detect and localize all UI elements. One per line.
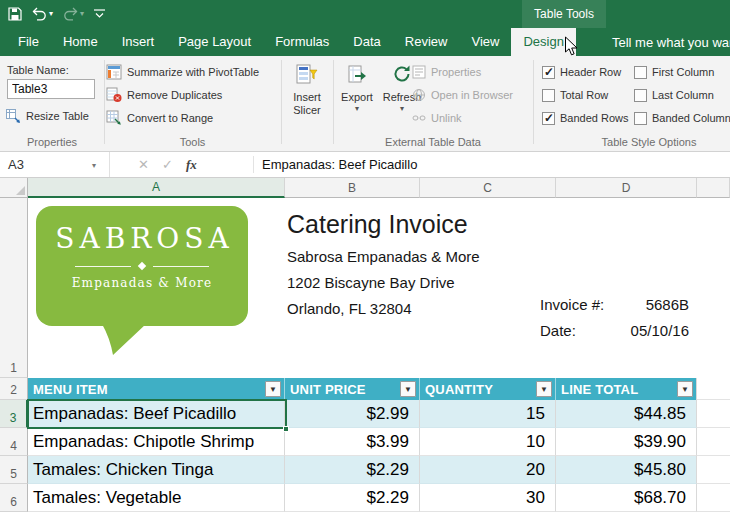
invoice-company-line[interactable]: Sabrosa Empanadas & More	[287, 248, 480, 265]
undo-dropdown-icon[interactable]: ▾	[49, 10, 53, 18]
export-icon	[347, 64, 367, 84]
redo-icon	[63, 7, 78, 21]
cell-C5[interactable]: 20	[420, 456, 556, 484]
redo-dropdown-icon: ▾	[80, 10, 84, 18]
cell-A4[interactable]: Empanadas: Chipotle Shrimp	[28, 428, 285, 456]
invoice-address-line-1[interactable]: 1202 Biscayne Bay Drive	[287, 274, 455, 291]
tab-view[interactable]: View	[459, 28, 511, 56]
cell-C4[interactable]: 10	[420, 428, 556, 456]
checkbox-box	[542, 89, 555, 102]
insert-slicer-button[interactable]: Insert Slicer	[284, 60, 330, 116]
enter-icon: ✓	[162, 152, 173, 177]
row-header-6[interactable]: 6	[0, 484, 28, 512]
cell-C6[interactable]: 30	[420, 484, 556, 512]
row-header-3[interactable]: 3	[0, 400, 28, 428]
remove-duplicates-icon	[106, 87, 122, 103]
remove-duplicates-button[interactable]: Remove Duplicates	[106, 85, 222, 105]
remove-duplicates-label: Remove Duplicates	[127, 89, 222, 101]
checkbox-box	[634, 89, 647, 102]
row-header-2[interactable]: 2	[0, 378, 28, 400]
tab-design[interactable]: Design	[511, 28, 575, 56]
column-header-b[interactable]: B	[285, 178, 420, 198]
cell-A6[interactable]: Tamales: Vegetable	[28, 484, 285, 512]
insert-function-button[interactable]: fx	[186, 152, 197, 177]
cell-A3[interactable]: Empanadas: Beef Picadillo	[28, 400, 285, 428]
select-all-corner[interactable]	[0, 178, 28, 198]
summarize-pivottable-button[interactable]: Summarize with PivotTable	[106, 62, 259, 82]
tab-page-layout[interactable]: Page Layout	[166, 28, 263, 56]
refresh-icon	[392, 64, 412, 84]
header-cell-line-total[interactable]: LINE TOTAL ▼	[556, 378, 697, 400]
tab-insert[interactable]: Insert	[110, 28, 167, 56]
filter-arrow-icon: ▼	[404, 385, 412, 394]
invoice-title[interactable]: Catering Invoice	[287, 210, 468, 239]
filter-arrow-icon: ▼	[269, 385, 277, 394]
checkbox-total-row[interactable]: Total Row	[542, 86, 608, 104]
column-header-d[interactable]: D	[556, 178, 697, 198]
cell-D6[interactable]: $68.70	[556, 484, 697, 512]
cell-B5[interactable]: $2.29	[285, 456, 420, 484]
cell-B3[interactable]: $2.99	[285, 400, 420, 428]
properties-disabled-label: Properties	[431, 66, 481, 78]
cell-B6[interactable]: $2.29	[285, 484, 420, 512]
menu-item-header-label: MENU ITEM	[33, 382, 108, 397]
header-cell-quantity[interactable]: QUANTITY ▼	[420, 378, 556, 400]
tab-file[interactable]: File	[6, 28, 51, 56]
checkbox-banded-rows[interactable]: Banded Rows	[542, 109, 629, 127]
table-name-label: Table Name:	[7, 64, 69, 76]
save-button[interactable]	[8, 7, 22, 21]
cell-C3[interactable]: 15	[420, 400, 556, 428]
checkbox-header-row[interactable]: Header Row	[542, 63, 621, 81]
name-box-dropdown-icon[interactable]: ▾	[92, 161, 96, 170]
unlink-label: Unlink	[431, 112, 462, 124]
row-header-1[interactable]: 1	[0, 198, 28, 378]
cell-D5[interactable]: $45.80	[556, 456, 697, 484]
cell-D3[interactable]: $44.85	[556, 400, 697, 428]
filter-dropdown-button[interactable]: ▼	[677, 381, 693, 397]
header-cell-menu-item[interactable]: MENU ITEM ▼	[28, 378, 285, 400]
invoice-date-row[interactable]: Date: 05/10/16	[540, 317, 689, 343]
gridline	[697, 399, 730, 400]
filter-arrow-icon: ▼	[681, 385, 689, 394]
row-header-5[interactable]: 5	[0, 456, 28, 484]
tools-group-label: Tools	[105, 136, 280, 148]
group-divider	[533, 60, 534, 144]
column-header-partial[interactable]	[697, 178, 730, 198]
filter-dropdown-button[interactable]: ▼	[400, 381, 416, 397]
table-row: Tamales: Vegetable $2.29 30 $68.70	[28, 484, 697, 512]
formula-bar-content[interactable]: Empanadas: Beef Picadillo	[262, 152, 417, 177]
invoice-address-line-2[interactable]: Orlando, FL 32804	[287, 300, 412, 317]
table-row: Empanadas: Chipotle Shrimp $3.99 10 $39.…	[28, 428, 697, 456]
checkbox-banded-columns[interactable]: Banded Columns	[634, 109, 730, 127]
invoice-number-row[interactable]: Invoice #: 5686B	[540, 291, 689, 317]
cell-A5[interactable]: Tamales: Chicken Tinga	[28, 456, 285, 484]
convert-to-range-button[interactable]: Convert to Range	[106, 108, 213, 128]
header-cell-unit-price[interactable]: UNIT PRICE ▼	[285, 378, 420, 400]
tab-formulas[interactable]: Formulas	[263, 28, 341, 56]
checkbox-first-column[interactable]: First Column	[634, 63, 714, 81]
tell-me-box[interactable]: Tell me what you want to do	[606, 28, 730, 56]
tab-data[interactable]: Data	[341, 28, 392, 56]
logo-name: SABROSA	[36, 222, 248, 255]
properties-group-label: Properties	[0, 136, 104, 148]
resize-table-button[interactable]: Resize Table	[5, 106, 89, 126]
column-header-c[interactable]: C	[420, 178, 556, 198]
checkbox-last-column[interactable]: Last Column	[634, 86, 714, 104]
external-group-label: External Table Data	[334, 136, 532, 148]
invoice-date-label: Date:	[540, 322, 576, 339]
table-name-input[interactable]	[7, 79, 95, 99]
logo-tagline: Empanadas & More	[36, 276, 248, 290]
export-dropdown-icon[interactable]: ▾	[338, 104, 376, 113]
row-header-4[interactable]: 4	[0, 428, 28, 456]
cell-D4[interactable]: $39.90	[556, 428, 697, 456]
export-button[interactable]: Export ▾	[338, 60, 376, 113]
first-column-label: First Column	[652, 66, 714, 78]
cell-B4[interactable]: $3.99	[285, 428, 420, 456]
filter-dropdown-button[interactable]: ▼	[265, 381, 281, 397]
filter-dropdown-button[interactable]: ▼	[536, 381, 552, 397]
customize-qat-button[interactable]	[94, 9, 105, 19]
tab-home[interactable]: Home	[51, 28, 110, 56]
undo-button[interactable]: ▾	[32, 7, 53, 21]
column-header-a[interactable]: A	[28, 178, 285, 198]
tab-review[interactable]: Review	[393, 28, 460, 56]
